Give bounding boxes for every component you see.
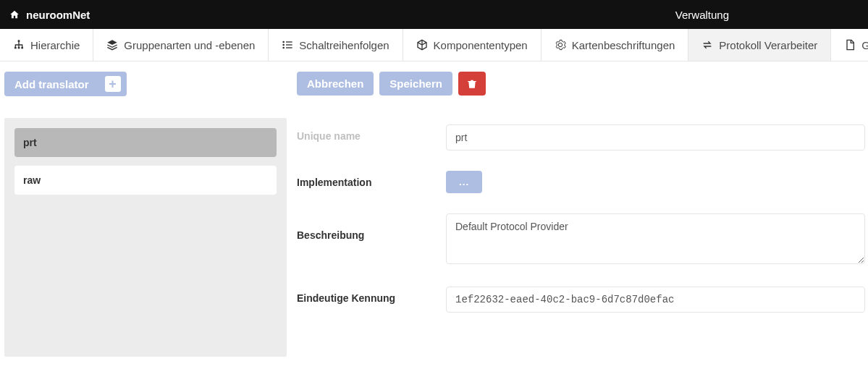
tab-label: Kartenbeschriftungen [572, 39, 675, 51]
textarea-beschreibung[interactable] [446, 213, 865, 264]
value-uuid: 1ef22632-eaed-40c2-bac9-6d7c87d0efac [446, 287, 865, 313]
tab-protokoll-verarbeiter[interactable]: Protokoll Verarbeiter [688, 29, 831, 61]
tab-label: Schaltreihenfolgen [299, 39, 389, 51]
label-beschreibung: Beschreibung [297, 213, 446, 241]
main: Add translator + prt raw Abbrechen Speic… [0, 62, 868, 357]
add-translator-button[interactable]: Add translator [4, 72, 99, 96]
layers-icon [106, 39, 118, 51]
left-panel: Add translator + prt raw [4, 72, 287, 357]
row-unique-name: Unique name [297, 124, 865, 151]
tab-label: Geräteprotokolle [861, 39, 868, 51]
list-item[interactable]: prt [14, 128, 277, 157]
list-item-label: raw [23, 174, 41, 186]
svg-rect-3 [21, 47, 23, 49]
translator-list: prt raw [4, 118, 287, 357]
tab-schaltreihenfolgen[interactable]: Schaltreihenfolgen [269, 29, 403, 61]
svg-point-4 [283, 41, 285, 43]
file-icon [844, 39, 856, 51]
cancel-button[interactable]: Abbrechen [297, 72, 374, 96]
section-title[interactable]: Verwaltung [675, 9, 729, 21]
save-button[interactable]: Speichern [379, 72, 452, 96]
home-icon [9, 9, 20, 20]
tab-label: Gruppenarten und -ebenen [124, 39, 255, 51]
svg-rect-7 [286, 41, 292, 42]
right-panel: Abbrechen Speichern Unique name Implemen… [297, 72, 868, 333]
svg-rect-1 [14, 47, 17, 49]
add-translator-label: Add translator [14, 78, 89, 90]
tab-label: Protokoll Verarbeiter [719, 39, 817, 51]
trash-icon [467, 78, 477, 90]
list-icon [282, 39, 293, 51]
row-beschreibung: Beschreibung [297, 213, 865, 266]
delete-button[interactable] [458, 72, 486, 96]
svg-rect-8 [286, 44, 292, 45]
svg-rect-0 [18, 40, 20, 42]
brand[interactable]: neuroomNet [9, 9, 90, 21]
save-label: Speichern [389, 77, 442, 90]
tab-kartenbeschriftungen[interactable]: Kartenbeschriftungen [542, 29, 689, 61]
add-translator-row: Add translator + [4, 72, 287, 96]
svg-point-6 [283, 47, 285, 49]
tab-hierarchie[interactable]: Hierarchie [0, 29, 93, 61]
add-translator-plus-button[interactable]: + [99, 72, 127, 96]
label-implementation: Implementation [297, 171, 446, 188]
cancel-label: Abbrechen [307, 77, 363, 90]
plus-icon: + [105, 76, 121, 92]
ellipsis-label: ... [459, 177, 469, 187]
list-item[interactable]: raw [14, 166, 277, 195]
cube-icon [416, 39, 428, 51]
svg-rect-2 [18, 47, 20, 49]
gear-icon [555, 39, 566, 51]
input-unique-name[interactable] [446, 124, 865, 151]
svg-rect-9 [286, 47, 292, 48]
hierarchy-icon [13, 39, 25, 51]
topbar: neuroomNet Verwaltung [0, 0, 868, 29]
row-implementation: Implementation ... [297, 171, 865, 193]
tab-gruppenarten[interactable]: Gruppenarten und -ebenen [93, 29, 269, 61]
row-uuid: Eindeutige Kennung 1ef22632-eaed-40c2-ba… [297, 287, 865, 313]
implementation-picker-button[interactable]: ... [446, 171, 482, 193]
swap-icon [701, 39, 713, 51]
tab-label: Hierarchie [30, 39, 80, 51]
svg-point-5 [283, 44, 285, 46]
tab-geraeteprotokolle[interactable]: Geräteprotokolle [831, 29, 868, 61]
list-item-label: prt [23, 137, 37, 148]
label-unique-name: Unique name [297, 124, 446, 142]
tab-label: Komponententypen [434, 39, 528, 51]
label-uuid: Eindeutige Kennung [297, 287, 446, 304]
form-actions: Abbrechen Speichern [297, 72, 865, 96]
tab-nav: Hierarchie Gruppenarten und -ebenen Scha… [0, 29, 868, 62]
brand-label: neuroomNet [26, 9, 90, 21]
tab-komponententypen[interactable]: Komponententypen [403, 29, 542, 61]
